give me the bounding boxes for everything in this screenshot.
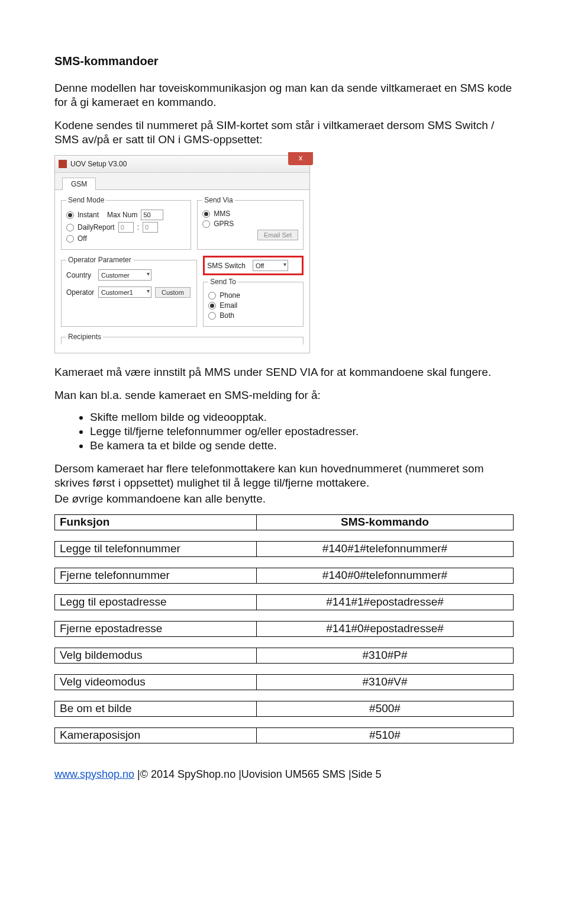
radio-instant[interactable]: [66, 211, 74, 219]
app-icon: [59, 160, 67, 168]
cell-kommando: #500#: [257, 701, 514, 716]
list-item: Be kamera ta et bilde og sende dette.: [90, 439, 514, 452]
cell-funksjon: Kameraposisjon: [55, 727, 257, 743]
send-to-group: Send To Phone Email Both: [203, 278, 304, 327]
radio-mms[interactable]: [202, 210, 210, 218]
send-mode-legend: Send Mode: [66, 196, 106, 204]
settings-screenshot: UOV Setup V3.00 x GSM Send Mode Instant …: [54, 155, 310, 353]
bullet-list: Skifte mellom bilde og videoopptak. Legg…: [54, 411, 514, 452]
label-maxnum: Max Num: [107, 211, 137, 219]
cell-kommando: #510#: [257, 727, 514, 743]
window-titlebar: UOV Setup V3.00 x: [55, 156, 309, 173]
input-maxnum[interactable]: 50: [141, 210, 163, 220]
label-operator: Operator: [66, 288, 95, 297]
cmd-table-row: Velg bildemodus #310#P#: [54, 648, 514, 664]
label-instant: Instant: [78, 211, 99, 219]
cell-funksjon: Be om et bilde: [55, 701, 257, 716]
label-sms-switch: SMS Switch: [207, 262, 246, 270]
combo-operator[interactable]: Customer1: [98, 286, 151, 298]
paragraph-5a: Dersom kameraet har flere telefonmottake…: [54, 462, 514, 491]
window-title: UOV Setup V3.00: [70, 160, 127, 168]
send-via-legend: Send Via: [202, 196, 235, 204]
recipients-group: Recipients: [61, 333, 304, 345]
paragraph-5b: De øvrige kommandoene kan alle benytte.: [54, 492, 514, 506]
operator-group: Operator Parameter Country Customer Oper…: [61, 256, 197, 327]
label-gprs: GPRS: [214, 220, 234, 228]
cell-kommando: #141#1#epostadresse#: [257, 594, 514, 610]
radio-off[interactable]: [66, 235, 74, 243]
list-item: Legge til/fjerne telefonnummer og/eller …: [90, 425, 514, 438]
combo-sms-switch[interactable]: Off: [253, 260, 288, 271]
label-email: Email: [220, 301, 237, 310]
label-phone: Phone: [220, 291, 240, 300]
list-item: Skifte mellom bilde og videoopptak.: [90, 411, 514, 424]
radio-phone[interactable]: [208, 292, 216, 300]
cell-funksjon: Fjerne telefonnummer: [55, 568, 257, 583]
label-both: Both: [220, 311, 234, 320]
input-daily-m[interactable]: 0: [143, 222, 158, 233]
cell-kommando: #310#P#: [257, 648, 514, 663]
cell-kommando: #140#0#telefonnummer#: [257, 568, 514, 583]
operator-legend: Operator Parameter: [66, 256, 133, 264]
label-country: Country: [66, 271, 95, 279]
send-to-legend: Send To: [208, 278, 238, 286]
cmd-table-row: Legge til telefonnummer #140#1#telefonnu…: [54, 541, 514, 557]
label-dailyreport: DailyReport: [78, 223, 115, 231]
label-mms: MMS: [214, 210, 230, 218]
radio-both[interactable]: [208, 312, 216, 320]
th-funksjon: Funksjon: [55, 514, 257, 530]
cmd-table-row: Kameraposisjon #510#: [54, 727, 514, 743]
cell-funksjon: Velg videomodus: [55, 674, 257, 690]
page-heading: SMS-kommandoer: [54, 54, 514, 68]
cell-funksjon: Legge til telefonnummer: [55, 541, 257, 556]
radio-dailyreport[interactable]: [66, 224, 74, 231]
cmd-table-row: Legg til epostadresse #141#1#epostadress…: [54, 594, 514, 610]
cmd-table-row: Velg videomodus #310#V#: [54, 674, 514, 690]
label-off: Off: [78, 234, 87, 243]
cmd-table-row: Fjerne epostadresse #141#0#epostadresse#: [54, 621, 514, 637]
combo-country[interactable]: Customer: [98, 269, 151, 281]
colon: :: [137, 223, 139, 231]
cell-kommando: #140#1#telefonnummer#: [257, 541, 514, 556]
recipients-legend: Recipients: [66, 333, 103, 341]
close-icon[interactable]: x: [288, 152, 313, 165]
radio-gprs[interactable]: [202, 220, 210, 228]
cell-kommando: #141#0#epostadresse#: [257, 621, 514, 636]
sms-switch-highlight: SMS Switch Off: [203, 256, 304, 275]
page-footer: www.spyshop.no |© 2014 SpyShop.no |Uovis…: [54, 768, 514, 781]
cell-funksjon: Fjerne epostadresse: [55, 621, 257, 636]
footer-link[interactable]: www.spyshop.no: [54, 768, 134, 780]
cmd-table-header: Funksjon SMS-kommando: [54, 514, 514, 530]
email-set-button[interactable]: Email Set: [257, 230, 298, 240]
cmd-table-row: Be om et bilde #500#: [54, 701, 514, 717]
cell-kommando: #310#V#: [257, 674, 514, 690]
th-sms-kommando: SMS-kommando: [257, 514, 514, 530]
send-mode-group: Send Mode Instant Max Num 50 DailyReport…: [61, 196, 191, 250]
paragraph-3: Kameraet må være innstilt på MMS under S…: [54, 365, 514, 379]
tab-gsm[interactable]: GSM: [62, 178, 96, 190]
paragraph-2: Kodene sendes til nummeret på SIM-kortet…: [54, 118, 514, 147]
cell-funksjon: Velg bildemodus: [55, 648, 257, 663]
radio-email[interactable]: [208, 302, 216, 310]
send-via-group: Send Via MMS GPRS Email Set: [197, 196, 304, 250]
custom-button[interactable]: Custom: [155, 287, 191, 298]
input-daily-h[interactable]: 0: [118, 222, 134, 233]
paragraph-4: Man kan bl.a. sende kameraet en SMS-meld…: [54, 388, 514, 403]
paragraph-1: Denne modellen har toveiskommunikasjon o…: [54, 81, 514, 110]
cell-funksjon: Legg til epostadresse: [55, 594, 257, 610]
footer-rest: |© 2014 SpyShop.no |Uovision UM565 SMS |…: [134, 768, 382, 780]
cmd-table-row: Fjerne telefonnummer #140#0#telefonnumme…: [54, 568, 514, 584]
